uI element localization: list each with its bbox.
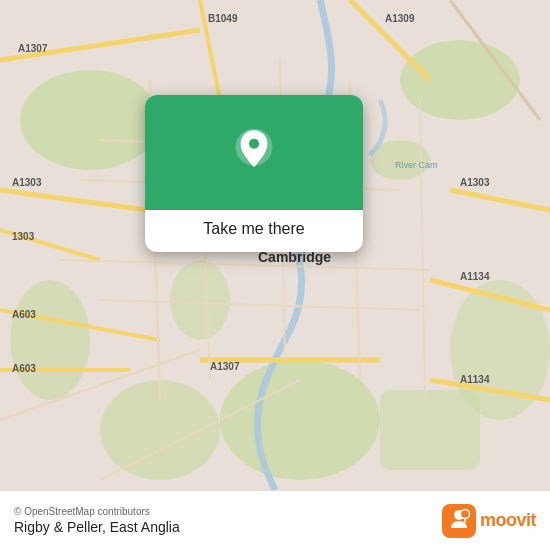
svg-text:A1303: A1303 — [460, 177, 490, 188]
svg-text:A603: A603 — [12, 363, 36, 374]
moovit-icon — [442, 504, 476, 538]
bottom-bar: © OpenStreetMap contributors Rigby & Pel… — [0, 490, 550, 550]
svg-point-52 — [460, 509, 469, 518]
svg-text:B1049: B1049 — [208, 13, 238, 24]
svg-text:River Cam: River Cam — [395, 160, 438, 170]
svg-text:A1303: A1303 — [12, 177, 42, 188]
attribution-text: © OpenStreetMap contributors — [14, 506, 180, 517]
svg-point-8 — [170, 260, 230, 340]
svg-text:A603: A603 — [12, 309, 36, 320]
svg-point-7 — [10, 280, 90, 400]
map-container: A1307 A1309 B1049 A1303 1303 A603 A603 A… — [0, 0, 550, 490]
svg-text:A1134: A1134 — [460, 374, 490, 385]
popup-green-header — [145, 95, 363, 210]
moovit-label: moovit — [480, 510, 536, 531]
svg-text:A1309: A1309 — [385, 13, 415, 24]
svg-point-4 — [220, 360, 380, 480]
svg-text:A1307: A1307 — [18, 43, 48, 54]
svg-rect-9 — [380, 390, 480, 470]
popup-card-bottom: Take me there — [145, 210, 363, 252]
bottom-left-info: © OpenStreetMap contributors Rigby & Pel… — [14, 506, 180, 535]
svg-text:1303: 1303 — [12, 231, 35, 242]
svg-point-2 — [400, 40, 520, 120]
location-name: Rigby & Peller, East Anglia — [14, 519, 180, 535]
popup-card: Take me there — [145, 95, 363, 252]
svg-text:A1134: A1134 — [460, 271, 490, 282]
svg-text:A1307: A1307 — [210, 361, 240, 372]
take-me-there-button[interactable]: Take me there — [161, 220, 347, 238]
svg-point-49 — [249, 138, 259, 148]
location-pin-icon — [228, 127, 280, 179]
svg-point-1 — [20, 70, 160, 170]
moovit-logo[interactable]: moovit — [442, 504, 536, 538]
